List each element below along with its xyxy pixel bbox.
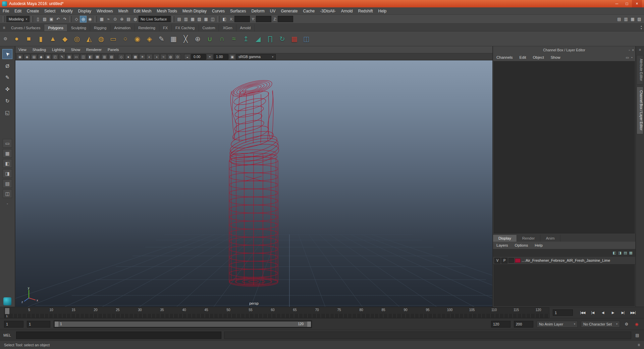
mirror-icon[interactable]: ◫ — [301, 33, 312, 44]
range-end-handle[interactable] — [307, 321, 311, 327]
render-view-icon[interactable]: ▩ — [203, 16, 209, 22]
menu-item[interactable]: Deform — [249, 7, 267, 14]
maximize-button[interactable]: □ — [622, 0, 632, 7]
poly-cone-icon[interactable]: ▲ — [47, 33, 58, 44]
layer-color-swatch[interactable] — [515, 258, 521, 263]
shelf-tab[interactable]: Animation — [110, 24, 135, 31]
live-surface-field[interactable]: No Live Surface — [139, 16, 171, 22]
exposure-field[interactable]: 0.00 — [191, 54, 206, 60]
quad-draw-tool-icon[interactable]: ▦ — [168, 33, 179, 44]
ipr-render-icon[interactable]: ◫ — [209, 16, 216, 22]
z-coord-field[interactable] — [278, 16, 293, 22]
snap-projected-center-icon[interactable]: ⊕ — [118, 16, 125, 22]
ambient-occlusion-icon[interactable]: ◑ — [153, 54, 160, 60]
camera-attributes-icon[interactable]: ▤ — [31, 54, 37, 60]
sidebar-tab[interactable]: Channel Box / Layer Editor — [637, 87, 643, 134]
go-to-start-button[interactable]: |◀◀ — [578, 309, 587, 317]
layer-mode-box[interactable] — [508, 258, 514, 263]
minimize-button[interactable]: ─ — [612, 0, 622, 7]
y-coord-field[interactable] — [256, 16, 271, 22]
shelf-menu-icon[interactable]: ≡ — [1, 24, 7, 31]
menu-item[interactable]: Cache — [300, 7, 317, 14]
panel-menu-item[interactable]: Show — [68, 48, 84, 52]
layer-editor-menu-item[interactable]: Options — [512, 243, 532, 247]
camera-icon[interactable]: ◉ — [17, 54, 23, 60]
redo-icon[interactable]: ↷ — [61, 16, 68, 22]
help-line-icon[interactable]: ≡ — [638, 343, 640, 347]
save-scene-icon[interactable]: ▣ — [48, 16, 55, 22]
safe-title-icon[interactable]: ▧ — [108, 54, 115, 60]
spin-edge-icon[interactable]: ↻ — [277, 33, 288, 44]
menu-item[interactable]: Redshift — [356, 7, 376, 14]
tool-settings-toggle-icon[interactable]: ▦ — [629, 16, 636, 22]
animation-end-field[interactable]: 200 — [514, 321, 533, 328]
snap-grid-icon[interactable]: ▦ — [98, 16, 105, 22]
bookmark-icon[interactable]: ◆ — [38, 54, 44, 60]
group-grip[interactable] — [172, 16, 174, 22]
channel-box-menu-item[interactable]: Edit — [516, 55, 530, 59]
paint-select-tool[interactable]: ✎ — [2, 72, 12, 83]
poly-platonic-icon[interactable]: ◆ — [59, 33, 70, 44]
poly-plane-icon[interactable]: ▭ — [108, 33, 119, 44]
layer-visible-toggle[interactable]: V — [494, 258, 500, 263]
select-tool[interactable]: ➤ — [2, 49, 12, 59]
menu-item[interactable]: -3DtoAll- — [317, 7, 338, 14]
smooth-icon[interactable]: ≈ — [228, 33, 239, 44]
menu-item[interactable]: Windows — [94, 7, 116, 14]
channel-box-header[interactable]: Channel Box / Layer Editor ▫ × — [493, 46, 635, 54]
multi-cut-tool-icon[interactable]: ╳ — [180, 33, 191, 44]
select-object-icon[interactable]: ◎ — [80, 16, 87, 22]
menu-item[interactable]: Help — [376, 7, 389, 14]
shelf-tab[interactable]: Custom — [199, 24, 219, 31]
grease-pencil-icon[interactable]: ✎ — [59, 54, 65, 60]
separate-icon[interactable]: ∩ — [216, 33, 227, 44]
layer-playback-icon[interactable]: ◨ — [618, 251, 622, 255]
safe-action-icon[interactable]: ▥ — [101, 54, 108, 60]
layer-editor-menu-item[interactable]: Layers — [493, 243, 512, 247]
shadows-icon[interactable]: ◐ — [146, 54, 153, 60]
playback-end-field[interactable]: 120 — [491, 321, 511, 328]
image-plane-icon[interactable]: ▣ — [45, 54, 51, 60]
poly-cube-icon[interactable]: ■ — [23, 33, 34, 44]
shelf-tab[interactable]: Rendering — [135, 24, 159, 31]
step-back-button[interactable]: |◀ — [588, 309, 597, 317]
layer-editor-menu-item[interactable]: Help — [531, 243, 546, 247]
field-chart-icon[interactable]: ▩ — [94, 54, 101, 60]
playhead[interactable] — [5, 308, 9, 314]
smooth-shade-icon[interactable]: ● — [125, 54, 131, 60]
range-bar[interactable] — [55, 321, 311, 327]
lights-icon[interactable]: ☀ — [139, 54, 146, 60]
anim-layer-selector[interactable]: No Anim Layer ▾ — [537, 321, 578, 328]
group-grip[interactable] — [31, 16, 33, 22]
menu-item[interactable]: File — [0, 7, 12, 14]
single-pane-layout[interactable]: ▭ — [3, 139, 12, 148]
film-gate-icon[interactable]: ▭ — [73, 54, 79, 60]
layer-editor-tab[interactable]: Display — [493, 235, 517, 242]
command-language-label[interactable]: MEL — [3, 333, 13, 337]
make-live-icon[interactable]: ◍ — [132, 16, 139, 22]
channel-box-menu-item[interactable]: Object — [529, 55, 547, 59]
sidebar-menu-icon[interactable]: ≡ — [639, 48, 641, 52]
close-button[interactable]: × — [632, 0, 642, 7]
script-editor-icon[interactable]: ▤ — [634, 333, 641, 338]
new-scene-icon[interactable]: ▯ — [35, 16, 41, 22]
pan-zoom-icon[interactable]: ◰ — [52, 54, 58, 60]
shelf-scroll[interactable]: ▴ ▾ — [639, 23, 643, 31]
menu-item[interactable]: Select — [42, 7, 58, 14]
menu-item[interactable]: Mesh Tools — [154, 7, 180, 14]
panel-menu-item[interactable]: Shading — [30, 48, 49, 52]
bridge-icon[interactable]: ∏ — [265, 33, 276, 44]
sidebar-tab[interactable]: Attribute Editor — [637, 55, 643, 85]
layer-editor-tab[interactable]: Anim — [540, 235, 560, 242]
create-polygon-tool-icon[interactable]: ✎ — [156, 33, 167, 44]
menu-item[interactable]: UV — [267, 7, 278, 14]
menu-item[interactable]: Arnold — [338, 7, 356, 14]
menu-item[interactable]: Curves — [209, 7, 227, 14]
panel-menu-item[interactable]: Renderer — [83, 48, 105, 52]
undo-icon[interactable]: ↶ — [55, 16, 61, 22]
menu-item[interactable]: Surfaces — [227, 7, 249, 14]
rotate-tool[interactable]: ↻ — [2, 96, 12, 106]
scale-tool[interactable]: ◱ — [2, 108, 12, 118]
attribute-editor-toggle-icon[interactable]: ▥ — [623, 16, 629, 22]
persp-panels-layout[interactable]: ◨ — [3, 169, 12, 178]
